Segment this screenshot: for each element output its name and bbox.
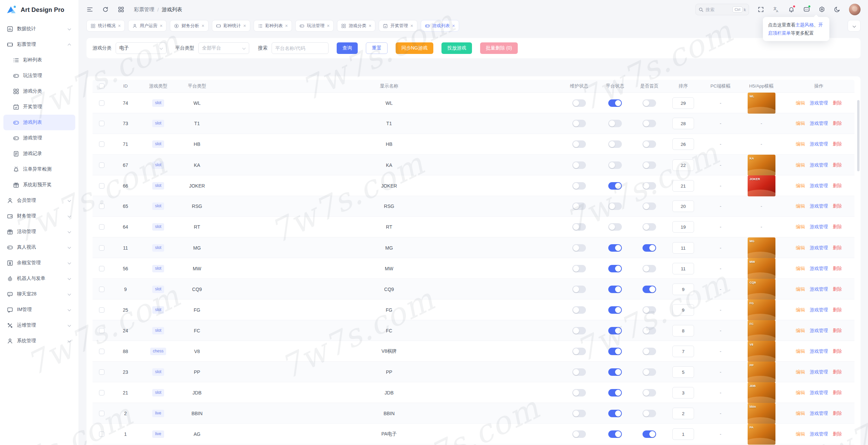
page-tab[interactable]: 统计概况 ×	[86, 20, 125, 32]
maintenance-toggle[interactable]	[572, 327, 586, 334]
delete-link[interactable]: 删除	[833, 390, 842, 396]
sidebar-item[interactable]: 机器人与发单	[3, 271, 75, 286]
maintenance-toggle[interactable]	[572, 120, 586, 127]
sort-input[interactable]: 3	[672, 387, 694, 399]
edit-link[interactable]: 编辑	[796, 307, 805, 313]
maintenance-toggle[interactable]	[572, 223, 586, 231]
platform-status-toggle[interactable]	[608, 120, 622, 127]
sort-input[interactable]: 9	[672, 304, 694, 316]
platform-status-toggle[interactable]	[608, 265, 622, 272]
delete-link[interactable]: 删除	[833, 224, 842, 230]
maintenance-toggle[interactable]	[572, 306, 586, 314]
row-checkbox[interactable]	[99, 245, 104, 251]
maintenance-toggle[interactable]	[572, 348, 586, 355]
row-checkbox[interactable]	[99, 121, 104, 126]
sort-input[interactable]: 29	[672, 97, 694, 109]
sort-input[interactable]: 26	[672, 138, 694, 150]
tab-close-icon[interactable]: ×	[243, 23, 246, 28]
platform-status-toggle[interactable]	[608, 348, 622, 355]
sidebar-item[interactable]: 游戏列表	[3, 115, 75, 130]
is-home-toggle[interactable]	[643, 244, 656, 252]
edit-link[interactable]: 编辑	[796, 266, 805, 272]
delete-link[interactable]: 删除	[833, 348, 842, 354]
sidebar-item[interactable]: 游戏记录	[3, 146, 75, 161]
sort-input[interactable]: 1	[672, 428, 694, 440]
table-scrollbar[interactable]	[857, 90, 860, 445]
page-tab[interactable]: 彩种列表 ×	[254, 20, 292, 32]
game-manage-link[interactable]: 游戏管理	[810, 390, 828, 396]
edit-link[interactable]: 编辑	[796, 348, 805, 354]
platform-status-toggle[interactable]	[608, 327, 622, 334]
sort-input[interactable]: 21	[672, 180, 694, 192]
row-checkbox[interactable]	[99, 162, 104, 168]
sidebar-item[interactable]: 玩法管理	[3, 68, 75, 83]
row-checkbox[interactable]	[99, 369, 104, 375]
game-manage-link[interactable]: 游戏管理	[810, 266, 828, 272]
sidebar-item[interactable]: 系统彩预开奖	[3, 177, 75, 193]
maintenance-toggle[interactable]	[572, 368, 586, 376]
sort-input[interactable]: 5	[672, 366, 694, 378]
page-tab[interactable]: 游戏列表 ×	[421, 20, 459, 32]
is-home-toggle[interactable]	[643, 182, 656, 190]
game-manage-link[interactable]: 游戏管理	[810, 224, 828, 230]
row-checkbox[interactable]	[99, 307, 104, 313]
edit-link[interactable]: 编辑	[796, 390, 805, 396]
tooltip-theme-link[interactable]: 主题风格	[795, 22, 814, 27]
row-checkbox[interactable]	[99, 349, 104, 354]
edit-link[interactable]: 编辑	[796, 203, 805, 209]
maintenance-toggle[interactable]	[572, 99, 586, 107]
tab-close-icon[interactable]: ×	[285, 23, 288, 28]
fullscreen-icon[interactable]	[757, 6, 764, 13]
tab-close-icon[interactable]: ×	[160, 23, 162, 28]
page-tab[interactable]: 游戏分类 ×	[337, 20, 375, 32]
edit-link[interactable]: 编辑	[796, 369, 805, 375]
sidebar-item[interactable]: 聊天室28	[3, 286, 75, 302]
maintenance-toggle[interactable]	[572, 161, 586, 169]
sidebar-item[interactable]: IM管理	[3, 302, 75, 317]
platform-status-toggle[interactable]	[608, 140, 622, 148]
is-home-toggle[interactable]	[643, 286, 656, 293]
maintenance-toggle[interactable]	[572, 286, 586, 293]
delete-link[interactable]: 删除	[833, 369, 842, 375]
global-search[interactable]: Ctrl k	[695, 4, 749, 15]
sort-input[interactable]: 19	[672, 221, 694, 233]
sort-input[interactable]: 11	[672, 242, 694, 254]
game-manage-link[interactable]: 游戏管理	[810, 245, 828, 251]
is-home-toggle[interactable]	[643, 430, 656, 438]
apps-grid-icon[interactable]	[118, 6, 124, 13]
delete-link[interactable]: 删除	[833, 120, 842, 127]
refresh-icon[interactable]	[102, 6, 109, 13]
is-home-toggle[interactable]	[643, 265, 656, 272]
sidebar-item[interactable]: 彩票管理	[3, 37, 75, 52]
row-checkbox[interactable]	[99, 204, 104, 209]
is-home-toggle[interactable]	[643, 389, 656, 396]
delete-link[interactable]: 删除	[833, 410, 842, 417]
is-home-toggle[interactable]	[643, 161, 656, 169]
edit-link[interactable]: 编辑	[796, 162, 805, 168]
platform-status-toggle[interactable]	[608, 286, 622, 293]
global-search-input[interactable]	[706, 7, 726, 12]
sidebar-item[interactable]: 活动管理	[3, 224, 75, 239]
sidebar-item[interactable]: 会员管理	[3, 193, 75, 208]
sidebar-item[interactable]: 余额宝管理	[3, 255, 75, 271]
maintenance-toggle[interactable]	[572, 182, 586, 190]
game-manage-link[interactable]: 游戏管理	[810, 328, 828, 334]
sidebar-item[interactable]: 彩种列表	[3, 52, 75, 68]
maintenance-toggle[interactable]	[572, 389, 586, 396]
is-home-toggle[interactable]	[643, 223, 656, 231]
scrollbar-thumb[interactable]	[857, 100, 860, 171]
page-tab[interactable]: 开奖管理 ×	[379, 20, 417, 32]
select-all-checkbox[interactable]	[99, 83, 104, 89]
reset-button[interactable]: 重置	[366, 42, 388, 54]
is-home-toggle[interactable]	[643, 306, 656, 314]
platform-type-select[interactable]: 全部平台	[198, 42, 249, 54]
platform-status-toggle[interactable]	[608, 306, 622, 314]
game-manage-link[interactable]: 游戏管理	[810, 203, 828, 209]
delete-link[interactable]: 删除	[833, 328, 842, 334]
platform-status-toggle[interactable]	[608, 244, 622, 252]
sort-input[interactable]: 20	[672, 200, 694, 212]
game-manage-link[interactable]: 游戏管理	[810, 120, 828, 127]
is-home-toggle[interactable]	[643, 140, 656, 148]
edit-link[interactable]: 编辑	[796, 120, 805, 127]
sidebar-item[interactable]: 游戏管理	[3, 130, 75, 146]
